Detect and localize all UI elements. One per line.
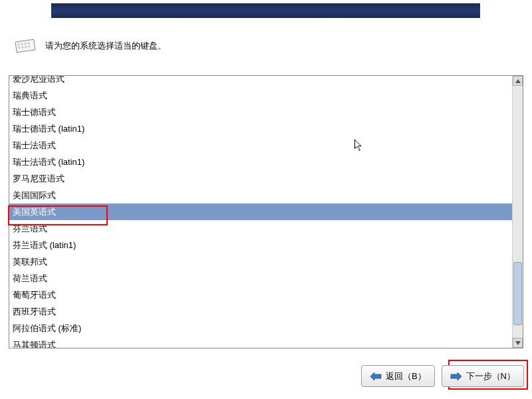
keyboard-list-container: 爱沙尼业语式瑞典语式瑞士德语式瑞士德语式 (latin1)瑞士法语式瑞士法语式 …: [9, 75, 523, 348]
keyboard-list[interactable]: 爱沙尼业语式瑞典语式瑞士德语式瑞士德语式 (latin1)瑞士法语式瑞士法语式 …: [9, 76, 512, 348]
header-banner: [51, 3, 480, 18]
instruction-text: 请为您的系统选择适当的键盘。: [45, 40, 166, 52]
list-item[interactable]: 荷兰语式: [9, 270, 512, 287]
svg-rect-4: [27, 42, 29, 44]
svg-rect-3: [24, 43, 26, 45]
list-item[interactable]: 美国英语式: [9, 203, 512, 220]
list-item[interactable]: 爱沙尼业语式: [9, 76, 512, 87]
list-item[interactable]: 西班牙语式: [9, 303, 512, 320]
scrollbar[interactable]: [512, 76, 523, 348]
list-item[interactable]: 罗马尼亚语式: [9, 170, 512, 187]
svg-rect-2: [21, 43, 23, 45]
scroll-thumb[interactable]: [513, 262, 522, 325]
scroll-down-button[interactable]: [513, 338, 523, 348]
next-button-label: 下一步（N）: [466, 370, 515, 382]
list-item[interactable]: 英联邦式: [9, 253, 512, 270]
list-item[interactable]: 瑞士德语式 (latin1): [9, 120, 512, 137]
svg-rect-1: [17, 43, 19, 45]
button-row: 返回（B） 下一步（N）: [361, 365, 524, 387]
svg-rect-5: [18, 47, 20, 49]
list-item[interactable]: 瑞士德语式: [9, 104, 512, 120]
list-item[interactable]: 阿拉伯语式 (标准): [9, 320, 512, 336]
svg-rect-7: [25, 46, 27, 48]
list-item[interactable]: 瑞士法语式: [9, 137, 512, 154]
list-item[interactable]: 瑞士法语式 (latin1): [9, 154, 512, 170]
svg-rect-8: [28, 45, 30, 47]
list-item[interactable]: 瑞典语式: [9, 87, 512, 104]
instruction-row: 请为您的系统选择适当的键盘。: [13, 37, 166, 55]
back-button[interactable]: 返回（B）: [361, 365, 435, 387]
arrow-right-icon: [450, 372, 462, 381]
list-item[interactable]: 芬兰语式: [9, 220, 512, 237]
keyboard-icon: [13, 37, 37, 55]
list-item[interactable]: 芬兰语式 (latin1): [9, 237, 512, 253]
back-button-label: 返回（B）: [386, 370, 426, 382]
list-item[interactable]: 葡萄牙语式: [9, 287, 512, 303]
list-item[interactable]: 美国国际式: [9, 187, 512, 203]
svg-rect-6: [21, 46, 23, 48]
list-item[interactable]: 马其顿语式: [9, 336, 512, 348]
scroll-up-button[interactable]: [513, 76, 523, 86]
next-button[interactable]: 下一步（N）: [442, 365, 524, 387]
arrow-left-icon: [370, 372, 382, 381]
